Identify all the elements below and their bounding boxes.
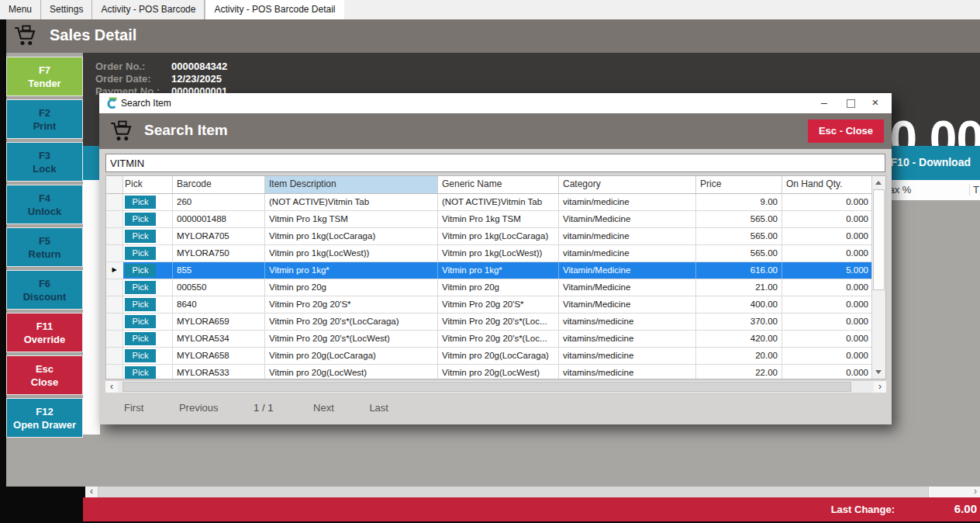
- cell-price: 565.00: [696, 228, 782, 244]
- close-icon[interactable]: ×: [864, 93, 887, 113]
- scroll-down-icon[interactable]: [875, 370, 882, 374]
- sidebar-button-unlock[interactable]: F4Unlock: [6, 185, 83, 224]
- column-header-pick[interactable]: Pick: [123, 176, 173, 193]
- search-input[interactable]: [105, 154, 885, 172]
- pick-cell: Pick: [123, 296, 173, 313]
- column-header-barcode[interactable]: Barcode: [173, 176, 265, 193]
- cell-barcode: MYLORA534: [173, 331, 265, 347]
- row-selector: [106, 331, 123, 347]
- scroll-right-icon[interactable]: ›: [929, 487, 980, 497]
- scrollbar-thumb[interactable]: [122, 382, 851, 392]
- sidebar-button-return[interactable]: F5Return: [6, 227, 83, 267]
- row-selector: [106, 348, 123, 364]
- column-header-on-hand-qty[interactable]: On Hand Qty.: [782, 176, 873, 193]
- table-vertical-scrollbar[interactable]: [871, 176, 885, 379]
- scroll-right-icon[interactable]: ›: [874, 381, 886, 393]
- table-row[interactable]: Pick8640Vitmin Pro 20g 20'S*Vitmin Pro 2…: [106, 296, 885, 313]
- pick-button[interactable]: Pick: [125, 298, 156, 311]
- cart-icon: [110, 120, 133, 142]
- tab-activity-pos-barcode-detail[interactable]: Activity - POS Barcode Detail: [205, 0, 343, 19]
- table-row[interactable]: PickMYLORA750Vitmin pro 1kg(LocWest))Vit…: [106, 245, 885, 262]
- column-header-selector[interactable]: [106, 176, 123, 193]
- pagination: First Previous 1 / 1 Next Last: [124, 402, 421, 414]
- table-row[interactable]: Pick0000001488Vitmin Pro 1kg TSMVitmin P…: [106, 211, 885, 228]
- cell-price: 400.00: [696, 296, 782, 313]
- pick-button[interactable]: Pick: [125, 264, 156, 277]
- sidebar-button-tender[interactable]: F7Tender: [6, 57, 83, 96]
- main-horizontal-scrollbar[interactable]: ‹ ›: [85, 487, 980, 497]
- cell-category: Vitamin/Medicine: [559, 296, 696, 313]
- cell-item-description: Vitmin pro 1kg*: [265, 262, 438, 279]
- cell-barcode: MYLORA750: [173, 245, 265, 262]
- esc-close-button[interactable]: Esc - Close: [808, 119, 884, 143]
- f10-download-button[interactable]: F10 - Download: [891, 156, 971, 168]
- row-selector: [106, 228, 123, 244]
- table-horizontal-scrollbar[interactable]: ‹ ›: [105, 381, 886, 393]
- pick-cell: Pick: [123, 348, 173, 364]
- cell-generic-name: Vitmin pro 20g(LocWest): [438, 365, 559, 379]
- order-no-value: 0000084342: [171, 61, 227, 73]
- table-row[interactable]: PickMYLORA658Vitmin pro 20g(LocCaraga)Vi…: [106, 348, 885, 365]
- sidebar-button-lock[interactable]: F3Lock: [6, 142, 83, 182]
- row-selector: [106, 313, 123, 330]
- scrollbar-thumb[interactable]: [98, 487, 928, 497]
- maximize-icon[interactable]: [839, 93, 862, 113]
- column-header-category[interactable]: Category: [559, 176, 696, 193]
- table-row[interactable]: PickMYLORA659Vitmin Pro 20g 20's*(LocCar…: [106, 313, 885, 331]
- cell-item-description: Vitmin pro 1kg(LocCaraga): [265, 228, 438, 244]
- sidebar-button-open-drawer[interactable]: F12Open Drawer: [6, 398, 83, 438]
- pagination-previous[interactable]: Previous: [179, 402, 219, 414]
- cell-on-hand-qty: 0.000: [782, 296, 873, 313]
- cell-generic-name: Vitmin pro 20g: [438, 279, 559, 296]
- scroll-up-icon[interactable]: [875, 181, 882, 185]
- column-header-item-description[interactable]: Item Description: [265, 176, 438, 193]
- cell-item-description: Vitmin pro 20g(LocWest): [265, 365, 438, 379]
- cell-barcode: MYLORA705: [173, 228, 265, 244]
- sidebar-button-print[interactable]: F2Print: [6, 99, 83, 139]
- table-row[interactable]: Pick000550Vitmin pro 20gVitmin pro 20gVi…: [106, 279, 885, 296]
- order-date-value: 12/23/2025: [171, 73, 222, 85]
- dialog-titlebar[interactable]: Search Item – ×: [99, 93, 892, 113]
- order-no-label: Order No.:: [95, 61, 171, 73]
- sidebar-button-override[interactable]: F11Override: [6, 313, 83, 352]
- scrollbar-thumb[interactable]: [873, 189, 885, 290]
- pick-button[interactable]: Pick: [125, 315, 156, 328]
- pick-button[interactable]: Pick: [125, 247, 156, 260]
- column-header-price[interactable]: Price: [696, 176, 782, 193]
- table-row[interactable]: Pick260(NOT ACTIVE)Vitmin Tab(NOT ACTIVE…: [106, 194, 885, 211]
- pagination-first[interactable]: First: [124, 402, 143, 414]
- pagination-last[interactable]: Last: [369, 402, 388, 414]
- cell-on-hand-qty: 0.000: [782, 348, 873, 364]
- tab-menu[interactable]: Menu: [0, 0, 41, 19]
- pick-button[interactable]: Pick: [125, 349, 156, 362]
- pick-button[interactable]: Pick: [125, 332, 156, 345]
- cell-on-hand-qty: 0.000: [782, 211, 873, 227]
- tab-activity-pos-barcode[interactable]: Activity - POS Barcode: [92, 0, 205, 19]
- minimize-icon[interactable]: –: [813, 93, 836, 113]
- pick-button[interactable]: Pick: [125, 281, 156, 294]
- pick-button[interactable]: Pick: [125, 213, 156, 226]
- table-row[interactable]: ▶Pick855Vitmin pro 1kg*Vitmin pro 1kg*Vi…: [106, 262, 885, 279]
- cell-item-description: Vitmin Pro 20g 20'S*: [265, 296, 438, 313]
- scroll-left-icon[interactable]: ‹: [85, 487, 98, 497]
- scroll-left-icon[interactable]: ‹: [105, 381, 118, 393]
- pagination-next[interactable]: Next: [313, 402, 334, 414]
- cell-generic-name: Vitmin pro 20g(LocCaraga): [438, 348, 559, 364]
- cell-price: 370.00: [696, 313, 782, 330]
- tab-settings[interactable]: Settings: [41, 0, 92, 19]
- dialog-title: Search Item: [121, 98, 171, 109]
- sidebar-button-close[interactable]: EscClose: [6, 355, 83, 395]
- column-header-generic-name[interactable]: Generic Name: [438, 176, 559, 193]
- pick-button[interactable]: Pick: [125, 196, 156, 209]
- table-row[interactable]: PickMYLORA705Vitmin pro 1kg(LocCaraga)Vi…: [106, 228, 885, 245]
- table-row[interactable]: PickMYLORA534Vitmin Pro 20g 20's*(LocWes…: [106, 331, 885, 348]
- sidebar-button-discount[interactable]: F6Discount: [6, 270, 83, 310]
- cell-barcode: 8640: [173, 296, 265, 313]
- table-row[interactable]: PickMYLORA533Vitmin pro 20g(LocWest)Vitm…: [106, 365, 885, 379]
- bottom-left-corner: [0, 487, 85, 523]
- pick-button[interactable]: Pick: [125, 230, 156, 243]
- cell-item-description: Vitmin pro 20g: [265, 279, 438, 296]
- cell-barcode: MYLORA533: [173, 365, 265, 379]
- pick-button[interactable]: Pick: [125, 366, 156, 379]
- pick-cell: Pick: [123, 313, 173, 330]
